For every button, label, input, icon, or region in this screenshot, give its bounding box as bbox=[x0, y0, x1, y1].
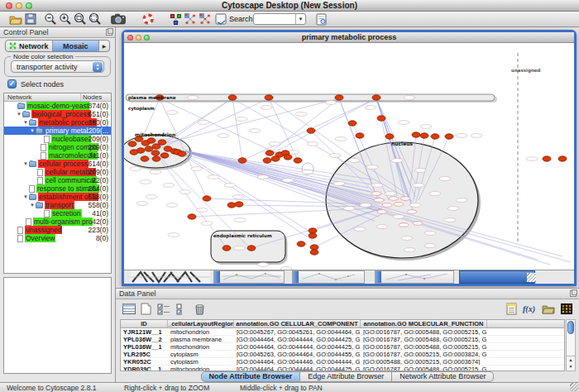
graph-node[interactable] bbox=[271, 156, 280, 161]
app-titlebar[interactable]: Cytoscape Desktop (New Session) bbox=[0, 0, 579, 12]
zoom-region-icon[interactable] bbox=[88, 12, 103, 26]
graph-node[interactable] bbox=[558, 156, 567, 161]
table-cell[interactable]: cytoplasm bbox=[168, 351, 234, 357]
table-cell[interactable]: plasma membrane bbox=[168, 336, 234, 342]
report-icon[interactable] bbox=[504, 301, 519, 317]
search-advanced-icon[interactable] bbox=[314, 12, 329, 26]
table-row[interactable]: YPL036W__1mitochondrion[GO:0044464, GO:0… bbox=[121, 343, 564, 351]
graph-node[interactable] bbox=[294, 158, 302, 163]
camera-icon[interactable] bbox=[111, 12, 126, 26]
graph-node[interactable] bbox=[309, 233, 317, 238]
table-cell[interactable]: YDR039C__1 bbox=[121, 366, 168, 371]
scrollbar-buttons[interactable]: ▲▼ bbox=[567, 356, 575, 370]
close-button[interactable] bbox=[6, 2, 12, 9]
graph-node[interactable] bbox=[158, 140, 166, 145]
graph-node[interactable] bbox=[284, 155, 292, 160]
graph-node[interactable] bbox=[356, 133, 364, 138]
matrix-icon[interactable] bbox=[558, 301, 574, 317]
graph-node[interactable] bbox=[310, 245, 318, 250]
tree-row[interactable]: ▼establishment of lo558(0) bbox=[4, 193, 111, 201]
graph-node[interactable] bbox=[203, 196, 211, 201]
graph-node[interactable] bbox=[372, 95, 380, 100]
expand-arrow-icon[interactable]: ▼ bbox=[22, 194, 29, 199]
window-resize-grip[interactable] bbox=[527, 273, 536, 282]
table-cell[interactable]: [GO:0016787, GO:0005215, GO:0003824, G..… bbox=[361, 351, 487, 357]
table-cell[interactable]: YKR052C bbox=[121, 358, 168, 365]
select-attributes-small-icon[interactable] bbox=[173, 301, 189, 317]
graph-node[interactable] bbox=[445, 134, 453, 139]
float-panel-icon[interactable] bbox=[106, 29, 112, 36]
tree-row[interactable]: ▼metabolic process280(0) bbox=[4, 118, 111, 127]
network-view-window[interactable]: primary metabolic process plasma membran… bbox=[122, 30, 577, 286]
graph-node[interactable] bbox=[178, 151, 186, 156]
graph-node[interactable] bbox=[151, 151, 160, 155]
table-cell[interactable]: [GO:0016787, GO:0005488, GO:0005215, G..… bbox=[361, 336, 487, 342]
vizmapper-icon[interactable] bbox=[168, 12, 183, 26]
select-attributes-icon[interactable] bbox=[156, 301, 171, 317]
table-row[interactable]: YPL036W__2plasma membrane[GO:0044464, GO… bbox=[121, 336, 564, 343]
save-icon[interactable] bbox=[23, 12, 38, 26]
expand-arrow-icon[interactable]: ▼ bbox=[16, 112, 22, 117]
graph-node[interactable] bbox=[227, 203, 236, 208]
table-cell[interactable]: mitochondrion bbox=[168, 343, 234, 350]
graph-node[interactable] bbox=[223, 246, 231, 251]
table-cell[interactable]: [GO:0044464, GO:0044444, GO:0044425, G..… bbox=[234, 366, 361, 371]
delete-attribute-icon[interactable] bbox=[192, 301, 208, 317]
layout-nodes-a-icon[interactable] bbox=[183, 12, 198, 26]
app-resize-grip[interactable] bbox=[570, 383, 578, 391]
scroll-down-icon[interactable]: ▼ bbox=[567, 363, 575, 370]
table-cell[interactable]: [GO:0016787, GO:0005488, GO:0005215, G..… bbox=[361, 328, 487, 335]
table-cell[interactable]: [GO:0044464, GO:0044444, GO:0044425, G..… bbox=[234, 336, 361, 342]
graph-node[interactable] bbox=[147, 138, 156, 143]
graph-node[interactable] bbox=[385, 134, 394, 139]
table-cell[interactable]: [GO:0044464, GO:0044446, GO:0044444, G..… bbox=[234, 358, 361, 365]
minimized-network-thumbnail[interactable] bbox=[131, 270, 210, 284]
tree-row[interactable]: Overview8(0) bbox=[4, 234, 111, 242]
tree-row[interactable]: ▼cellular process614(0) bbox=[4, 160, 111, 168]
graph-node[interactable] bbox=[265, 95, 273, 100]
tree-row[interactable]: ▼primary metabo209(... bbox=[4, 127, 111, 135]
scroll-up-icon[interactable]: ▲ bbox=[567, 356, 575, 363]
dropdown-stepper-icon[interactable]: ▲▼ bbox=[93, 62, 103, 72]
tree-row[interactable]: nitrogen compo209(0) bbox=[4, 143, 111, 151]
graph-node[interactable] bbox=[431, 134, 439, 139]
tree-row[interactable]: macromolecule311(0) bbox=[4, 151, 111, 160]
column-header-region[interactable]: _cellularLayoutRegion bbox=[168, 320, 234, 327]
search-input[interactable] bbox=[254, 15, 295, 23]
tree-row[interactable]: cellular metabol209(0) bbox=[4, 168, 111, 176]
graph-node[interactable] bbox=[420, 133, 428, 138]
table-cell[interactable]: [GO:0045263, GO:0044464, GO:0044455, G..… bbox=[234, 351, 361, 357]
tab-mosaic[interactable]: Mosaic bbox=[53, 41, 100, 51]
graph-node[interactable] bbox=[152, 156, 160, 161]
zoom-fit-icon[interactable] bbox=[73, 12, 88, 26]
maximize-icon[interactable] bbox=[144, 35, 150, 41]
tree-row[interactable]: secretion41(0) bbox=[4, 209, 111, 218]
table-stripes-icon[interactable] bbox=[121, 301, 136, 317]
tab-node-attribute-browser[interactable]: Node Attribute Browser bbox=[201, 371, 301, 382]
table-row[interactable]: YLR295Ccytoplasm[GO:0045263, GO:0044464,… bbox=[121, 351, 564, 358]
tree-row[interactable]: unassigned223(0) bbox=[4, 226, 111, 234]
graph-node[interactable] bbox=[141, 156, 149, 161]
network-window-titlebar[interactable]: primary metabolic process bbox=[124, 32, 574, 43]
graph-node[interactable] bbox=[247, 246, 256, 251]
graph-node[interactable] bbox=[266, 151, 274, 155]
open-folder-icon[interactable] bbox=[8, 12, 23, 26]
graph-node[interactable] bbox=[235, 202, 243, 207]
page-check-icon[interactable] bbox=[213, 12, 228, 26]
table-cell[interactable]: mitochondrion bbox=[168, 366, 234, 371]
graph-node[interactable] bbox=[310, 250, 318, 255]
tab-overflow-arrow-icon[interactable]: ▶ bbox=[99, 41, 109, 51]
search-box[interactable]: ▼ bbox=[253, 13, 306, 25]
column-header-cellular-component[interactable]: annotation.GO CELLULAR_COMPONENT bbox=[234, 320, 361, 327]
minimized-window[interactable] bbox=[213, 270, 285, 284]
table-cell[interactable]: mitochondrion bbox=[168, 328, 234, 335]
tree-row[interactable]: multi-organism pro42(0) bbox=[4, 218, 111, 226]
table-cell[interactable]: YLR295C bbox=[121, 351, 168, 357]
tree-row[interactable]: response to stimulu264(0) bbox=[4, 184, 111, 193]
float-panel-icon[interactable] bbox=[570, 290, 577, 297]
expand-arrow-icon[interactable]: ▼ bbox=[22, 120, 29, 125]
zoom-out-icon[interactable] bbox=[43, 12, 58, 26]
table-cell[interactable]: YJR121W__1 bbox=[121, 328, 168, 335]
graph-node[interactable] bbox=[307, 128, 315, 133]
graph-node[interactable] bbox=[335, 95, 343, 100]
